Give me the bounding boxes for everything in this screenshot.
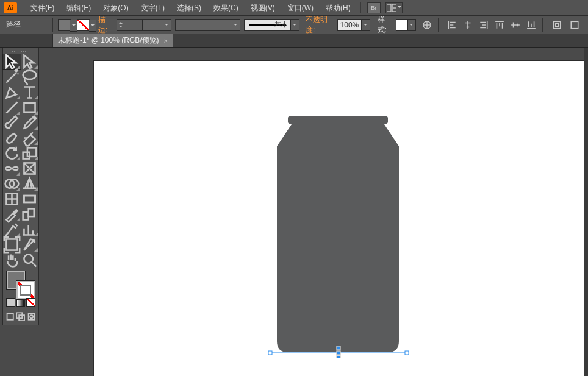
align-bottom-icon[interactable] bbox=[524, 18, 539, 32]
shape-builder-tool[interactable] bbox=[3, 176, 21, 191]
color-mode-boxes bbox=[5, 298, 36, 308]
align-vcenter-icon[interactable] bbox=[508, 18, 523, 32]
menu-object[interactable]: 对象(O) bbox=[97, 1, 134, 15]
perspective-grid-tool[interactable] bbox=[21, 176, 38, 191]
draw-inside-icon[interactable] bbox=[27, 310, 36, 324]
document-tab[interactable]: 未标题-1* @ 100% (RGB/预览) × bbox=[52, 34, 173, 47]
direct-selection-tool[interactable] bbox=[21, 54, 38, 69]
control-bar: 路径 描边: 基本 不透明度: 100% 样式: bbox=[0, 16, 588, 34]
svg-rect-18 bbox=[6, 239, 17, 250]
svg-rect-2 bbox=[392, 9, 396, 12]
brush-caret[interactable] bbox=[291, 19, 299, 31]
close-tab-icon[interactable]: × bbox=[164, 37, 168, 44]
zoom-tool[interactable] bbox=[21, 252, 38, 268]
eraser-tool[interactable] bbox=[21, 130, 38, 146]
align-right-icon[interactable] bbox=[476, 18, 491, 32]
draw-normal-icon[interactable] bbox=[5, 310, 15, 324]
artboard[interactable] bbox=[94, 61, 588, 376]
menu-effect[interactable]: 效果(C) bbox=[207, 1, 245, 15]
canvas-area[interactable] bbox=[49, 48, 588, 376]
rotate-tool[interactable] bbox=[3, 146, 21, 161]
tools-panel bbox=[2, 48, 39, 325]
menu-window[interactable]: 窗口(W) bbox=[281, 1, 320, 15]
pen-tool[interactable] bbox=[3, 85, 21, 100]
width-tool[interactable] bbox=[3, 161, 21, 176]
svg-rect-0 bbox=[387, 4, 391, 12]
svg-rect-9 bbox=[23, 152, 30, 159]
opacity-caret[interactable] bbox=[362, 19, 370, 31]
mesh-tool[interactable] bbox=[3, 191, 21, 207]
svg-rect-30 bbox=[337, 356, 340, 358]
separator bbox=[438, 18, 439, 32]
draw-behind-icon[interactable] bbox=[16, 310, 25, 324]
document-tab-strip: 未标题-1* @ 100% (RGB/预览) × bbox=[0, 34, 588, 48]
brush-definition-dropdown[interactable]: 基本 bbox=[244, 19, 291, 31]
eyedropper-tool[interactable] bbox=[3, 207, 21, 222]
bridge-icon[interactable]: Br bbox=[367, 2, 381, 13]
color-mode-solid[interactable] bbox=[6, 298, 15, 307]
slice-tool[interactable] bbox=[21, 237, 38, 252]
menu-view[interactable]: 视图(V) bbox=[245, 1, 281, 15]
column-graph-tool[interactable] bbox=[21, 222, 38, 237]
path-object-jar[interactable] bbox=[277, 116, 399, 353]
stroke-label: 描边: bbox=[98, 15, 114, 35]
pencil-tool[interactable] bbox=[21, 115, 38, 130]
svg-rect-23 bbox=[28, 314, 34, 320]
align-left-icon[interactable] bbox=[445, 18, 459, 32]
stroke-swatch[interactable] bbox=[77, 19, 90, 31]
symbol-sprayer-tool[interactable] bbox=[3, 222, 21, 237]
rectangle-tool[interactable] bbox=[21, 100, 38, 115]
hand-tool[interactable] bbox=[3, 252, 21, 268]
graphic-style-swatch[interactable] bbox=[396, 19, 407, 31]
align-top-icon[interactable] bbox=[492, 18, 507, 32]
color-mode-none[interactable] bbox=[26, 298, 35, 307]
type-tool[interactable] bbox=[21, 85, 38, 100]
style-label: 样式: bbox=[378, 15, 393, 35]
selection-tool[interactable] bbox=[3, 54, 21, 69]
transform-panel-icon[interactable] bbox=[550, 18, 564, 32]
menu-type[interactable]: 文字(T) bbox=[135, 1, 171, 15]
opacity-label: 不透明度: bbox=[306, 15, 336, 35]
lasso-tool[interactable] bbox=[21, 69, 38, 85]
magic-wand-tool[interactable] bbox=[3, 69, 21, 85]
stroke-well[interactable] bbox=[16, 281, 35, 299]
blend-tool[interactable] bbox=[21, 207, 38, 222]
align-button-group bbox=[445, 18, 539, 32]
arrange-documents-icon[interactable] bbox=[385, 2, 403, 13]
menu-help[interactable]: 帮助(H) bbox=[320, 1, 357, 15]
color-mode-gradient[interactable] bbox=[16, 298, 26, 307]
menu-edit[interactable]: 编辑(E) bbox=[60, 1, 97, 15]
svg-rect-20 bbox=[7, 314, 13, 320]
svg-point-7 bbox=[23, 71, 37, 80]
stroke-weight-stepper[interactable] bbox=[117, 19, 143, 31]
style-caret[interactable] bbox=[408, 19, 417, 31]
align-hcenter-icon[interactable] bbox=[461, 18, 475, 32]
svg-rect-15 bbox=[24, 196, 35, 202]
stroke-weight-dropdown[interactable] bbox=[142, 19, 171, 31]
menu-file[interactable]: 文件(F) bbox=[24, 1, 60, 15]
recolor-artwork-icon[interactable] bbox=[420, 18, 434, 32]
fill-swatch[interactable] bbox=[58, 19, 71, 31]
panel-dock[interactable] bbox=[584, 48, 588, 376]
blob-brush-tool[interactable] bbox=[3, 130, 21, 146]
screen-mode-buttons bbox=[5, 310, 36, 324]
svg-rect-28 bbox=[405, 351, 409, 355]
app-logo: Ai bbox=[4, 2, 17, 13]
menu-select[interactable]: 选择(S) bbox=[171, 1, 207, 15]
opacity-value-field[interactable]: 100% bbox=[337, 19, 362, 31]
isolate-icon[interactable] bbox=[568, 18, 582, 32]
paintbrush-tool[interactable] bbox=[3, 115, 21, 130]
svg-rect-26 bbox=[268, 351, 272, 355]
free-transform-tool[interactable] bbox=[21, 161, 38, 176]
fill-stroke-wells[interactable] bbox=[3, 268, 38, 297]
svg-rect-4 bbox=[553, 21, 560, 28]
line-segment-tool[interactable] bbox=[3, 100, 21, 115]
svg-rect-8 bbox=[24, 103, 35, 112]
scale-tool[interactable] bbox=[21, 146, 38, 161]
artboard-tool[interactable] bbox=[3, 237, 21, 252]
document-tab-title: 未标题-1* @ 100% (RGB/预览) bbox=[58, 35, 159, 46]
svg-rect-17 bbox=[29, 208, 34, 216]
gradient-tool[interactable] bbox=[21, 191, 38, 207]
separator bbox=[52, 18, 53, 32]
variable-width-profile-dropdown[interactable] bbox=[175, 19, 240, 31]
